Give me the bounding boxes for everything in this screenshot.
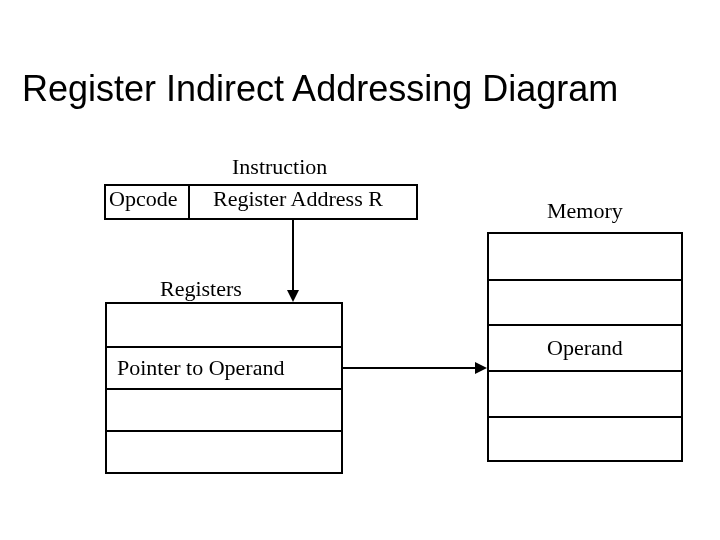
instruction-label: Instruction	[232, 154, 327, 180]
pointer-to-operand-text: Pointer to Operand	[117, 355, 284, 381]
operand-text: Operand	[547, 335, 623, 361]
arrowhead-right-icon	[475, 362, 487, 374]
memory-row-divider	[489, 324, 681, 326]
register-address-text: Register Address R	[213, 186, 383, 212]
memory-row-divider	[489, 416, 681, 418]
registers-table	[105, 302, 343, 474]
arrow-pointer-to-operand	[343, 367, 476, 369]
diagram-title: Register Indirect Addressing Diagram	[22, 68, 618, 110]
registers-row-divider	[107, 430, 341, 432]
registers-row-divider	[107, 388, 341, 390]
memory-label: Memory	[547, 198, 623, 224]
arrow-regaddr-to-registers	[292, 220, 294, 292]
memory-row-divider	[489, 370, 681, 372]
arrowhead-down-icon	[287, 290, 299, 302]
registers-label: Registers	[160, 276, 242, 302]
memory-row-divider	[489, 279, 681, 281]
opcode-text: Opcode	[109, 186, 177, 212]
registers-row-divider	[107, 346, 341, 348]
